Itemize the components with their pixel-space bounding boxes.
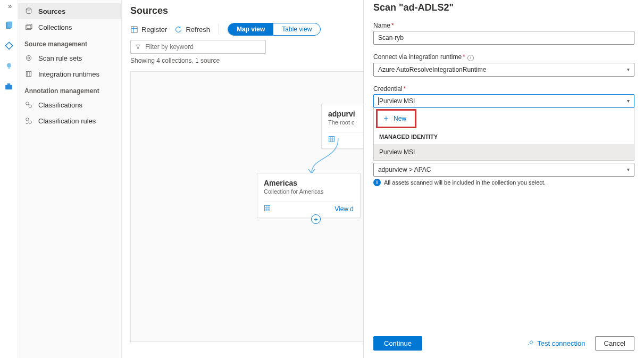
svg-point-10 [26, 55, 31, 60]
cancel-button[interactable]: Cancel [595, 336, 634, 351]
collection-select[interactable]: adpurview > APAC ▾ [373, 163, 634, 177]
filter-input-wrap[interactable] [130, 40, 266, 54]
table-view-toggle[interactable]: Table view [273, 23, 320, 35]
continue-button[interactable]: Continue [373, 336, 422, 351]
chevron-down-icon: ▾ [627, 166, 630, 172]
card-title: Americas [264, 179, 354, 187]
svg-point-3 [7, 63, 11, 68]
credential-option-purview-msi[interactable]: Purview MSI [374, 144, 634, 160]
svg-rect-12 [26, 71, 31, 76]
rail-icon-map[interactable] [4, 41, 14, 51]
sidenav-label: Integration runtimes [38, 70, 99, 78]
sidenav-label: Classification rules [38, 117, 96, 125]
register-icon [130, 26, 138, 34]
new-credential-button[interactable]: New [378, 111, 415, 127]
toolbar-divider [219, 24, 219, 35]
sidenav-section-annotation-mgmt: Annotation management [18, 82, 121, 97]
database-icon [24, 7, 33, 15]
name-input[interactable] [373, 31, 634, 45]
sidenav-item-classifications[interactable]: Classifications [18, 97, 121, 113]
classifications-icon [24, 101, 33, 109]
sidenav-item-scan-rule-sets[interactable]: Scan rule sets [18, 50, 121, 66]
filter-input[interactable] [144, 43, 261, 51]
refresh-icon [174, 26, 182, 34]
name-label: Name* [373, 22, 634, 29]
grid-icon[interactable] [328, 136, 335, 144]
chevron-down-icon: ▾ [627, 98, 630, 104]
scan-rules-icon [24, 54, 33, 62]
card-subtitle: Collection for Americas [264, 188, 354, 195]
rail-icon-toolbox[interactable] [4, 81, 14, 91]
integration-runtimes-icon [24, 70, 33, 78]
sidenav-item-sources[interactable]: Sources [18, 3, 121, 19]
credential-label: Credential* [373, 85, 634, 93]
field-credential: Credential* Purview MSI ▾ New MANAGED ID… [373, 84, 634, 161]
card-footer: View d [264, 201, 354, 213]
svg-marker-2 [5, 42, 12, 49]
credential-dropdown: New MANAGED IDENTITY Purview MSI [373, 108, 634, 161]
svg-marker-23 [136, 45, 140, 48]
svg-rect-6 [7, 83, 11, 85]
expand-rail-icon[interactable]: » [8, 2, 10, 10]
svg-point-11 [28, 57, 30, 59]
svg-point-15 [26, 102, 29, 105]
svg-point-7 [26, 8, 31, 10]
sidenav-label: Classifications [38, 101, 82, 109]
icon-rail: » [0, 0, 18, 358]
blade-title: Scan "ad-ADLS2" [373, 2, 634, 13]
sidenav-item-integration-runtimes[interactable]: Integration runtimes [18, 66, 121, 82]
sidenav-item-collections[interactable]: Collections [18, 19, 121, 35]
svg-line-17 [28, 104, 29, 105]
collection-card-americas[interactable]: Americas Collection for Americas View d [257, 173, 361, 218]
runtime-label: Connect via integration runtime*i [373, 53, 634, 61]
new-credential-highlight: New [376, 109, 416, 128]
info-icon[interactable]: i [467, 55, 474, 61]
svg-rect-4 [8, 68, 10, 69]
sidenav-label: Collections [38, 23, 72, 31]
scan-blade: Scan "ad-ADLS2" Name* Connect via integr… [363, 0, 644, 358]
runtime-select[interactable]: Azure AutoResolveIntegrationRuntime ▾ [373, 63, 634, 77]
credential-group-label: MANAGED IDENTITY [374, 129, 634, 144]
collection-info: i All assets scanned will be included in… [373, 179, 634, 186]
sidenav-item-classification-rules[interactable]: Classification rules [18, 113, 121, 129]
classification-rules-icon [24, 116, 33, 125]
svg-rect-20 [131, 26, 137, 32]
field-collection: Select a collection adpurview > APAC ▾ i… [373, 163, 634, 186]
svg-point-18 [26, 118, 29, 121]
svg-rect-8 [26, 26, 31, 30]
blade-footer: Continue Test connection Cancel [373, 331, 634, 351]
credential-select[interactable]: Purview MSI ▾ [373, 94, 634, 108]
rail-icon-sources[interactable] [4, 21, 14, 30]
plus-icon [383, 115, 389, 122]
register-button[interactable]: Register [130, 26, 167, 34]
field-name: Name* [373, 21, 634, 45]
sidenav-label: Sources [38, 7, 65, 15]
svg-rect-1 [7, 22, 12, 28]
rail-icon-bulb[interactable] [4, 61, 14, 71]
svg-rect-9 [27, 24, 32, 29]
grid-icon[interactable] [264, 205, 271, 213]
test-connection-link[interactable]: Test connection [526, 339, 585, 347]
refresh-button[interactable]: Refresh [174, 26, 210, 34]
svg-rect-24 [329, 137, 334, 142]
info-icon: i [373, 179, 381, 186]
chevron-down-icon: ▾ [627, 66, 630, 72]
svg-rect-5 [5, 85, 12, 89]
collections-icon [24, 23, 33, 31]
view-details-link[interactable]: View d [334, 205, 354, 213]
field-runtime: Connect via integration runtime*i Azure … [373, 52, 634, 77]
filter-icon [135, 44, 141, 50]
side-navigation: Sources Collections Source management Sc… [18, 0, 122, 358]
add-child-collection-button[interactable]: + [311, 214, 321, 224]
svg-point-16 [29, 105, 31, 107]
svg-point-19 [29, 121, 31, 123]
svg-rect-29 [265, 206, 270, 211]
view-toggle: Map view Table view [228, 23, 321, 36]
plug-icon [526, 340, 534, 347]
sidenav-label: Scan rule sets [38, 54, 82, 62]
sidenav-section-source-mgmt: Source management [18, 35, 121, 50]
map-view-toggle[interactable]: Map view [228, 23, 273, 35]
